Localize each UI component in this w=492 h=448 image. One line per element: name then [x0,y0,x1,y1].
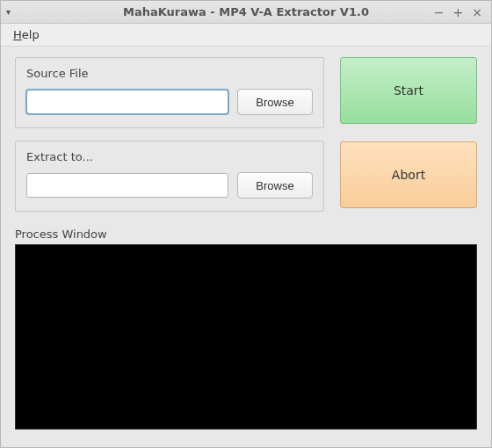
start-button[interactable]: Start [340,57,477,124]
titlebar: ▾ MahaKurawa - MP4 V-A Extractor V1.0 − … [1,1,491,24]
extract-to-row: Browse [26,172,313,199]
process-window-output [15,244,477,430]
window-controls: − + × [425,6,491,18]
window-menu-icon[interactable]: ▾ [1,7,15,17]
action-buttons: Start Abort [340,57,477,212]
content-area: Source File Browse Extract to... Browse … [1,47,491,447]
source-file-row: Browse [26,89,313,115]
extract-to-label: Extract to... [26,150,313,163]
input-panels: Source File Browse Extract to... Browse [15,57,324,212]
app-window: ▾ MahaKurawa - MP4 V-A Extractor V1.0 − … [0,0,492,448]
minimize-icon[interactable]: − [434,6,445,18]
source-file-label: Source File [26,67,313,80]
extract-browse-button[interactable]: Browse [237,172,313,199]
close-icon[interactable]: × [472,6,482,18]
window-title: MahaKurawa - MP4 V-A Extractor V1.0 [1,5,491,18]
process-window-label: Process Window [15,228,477,241]
extract-to-input[interactable] [26,173,228,198]
source-file-panel: Source File Browse [15,57,324,128]
top-row: Source File Browse Extract to... Browse … [15,57,477,212]
abort-button[interactable]: Abort [340,141,477,208]
process-section: Process Window [15,228,477,430]
source-browse-button[interactable]: Browse [237,89,313,115]
source-file-input[interactable] [26,90,228,114]
maximize-icon[interactable]: + [453,6,464,18]
menu-help[interactable]: Help [8,26,45,43]
menubar: Help [1,24,491,47]
extract-to-panel: Extract to... Browse [15,141,324,212]
